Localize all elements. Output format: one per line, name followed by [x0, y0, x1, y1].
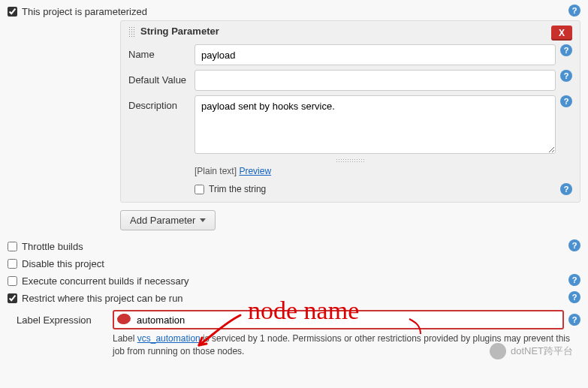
default-value-label: Default Value: [128, 70, 194, 86]
watermark: dotNET跨平台: [490, 343, 573, 359]
parameterized-checkbox[interactable]: [8, 7, 17, 17]
name-label: Name: [128, 44, 194, 60]
help-icon[interactable]: ?: [568, 291, 580, 303]
parameterized-label: This project is parameterized: [22, 6, 147, 17]
description-label: Description: [128, 95, 194, 111]
help-icon[interactable]: ?: [568, 274, 580, 286]
label-expression-label: Label Expression: [17, 314, 113, 326]
help-icon[interactable]: ?: [568, 5, 580, 17]
label-expression-input[interactable]: [113, 310, 564, 329]
trim-checkbox[interactable]: [194, 185, 204, 194]
restrict-label: Restrict where this project can be run: [22, 293, 183, 304]
restrict-checkbox[interactable]: [8, 293, 17, 303]
trim-label: Trim the string: [209, 184, 266, 194]
resize-grip-icon[interactable]: [336, 158, 366, 163]
help-icon[interactable]: ?: [560, 44, 572, 56]
concurrent-label: Execute concurrent builds if necessary: [22, 275, 189, 287]
disable-checkbox[interactable]: [8, 259, 17, 269]
delete-parameter-button[interactable]: X: [551, 26, 572, 41]
string-parameter-panel: X String Parameter Name ? Default Value …: [120, 20, 580, 203]
help-icon[interactable]: ?: [560, 183, 572, 195]
preview-link[interactable]: Preview: [239, 166, 271, 176]
watermark-icon: [490, 343, 506, 359]
default-value-input[interactable]: [194, 70, 556, 91]
help-icon[interactable]: ?: [568, 314, 580, 326]
add-parameter-label: Add Parameter: [130, 215, 195, 226]
description-textarea[interactable]: [194, 95, 556, 154]
name-input[interactable]: [194, 44, 556, 65]
throttle-label: Throttle builds: [22, 241, 83, 252]
help-icon[interactable]: ?: [560, 95, 572, 107]
caret-down-icon: [200, 218, 206, 222]
add-parameter-button[interactable]: Add Parameter: [120, 210, 216, 230]
plain-text-label: [Plain text]: [194, 166, 237, 176]
label-link[interactable]: vcs_automation: [137, 333, 201, 344]
drag-handle-icon[interactable]: [128, 26, 136, 37]
parameter-title: String Parameter: [140, 26, 219, 37]
concurrent-checkbox[interactable]: [8, 276, 17, 286]
throttle-checkbox[interactable]: [8, 242, 17, 251]
watermark-text: dotNET跨平台: [511, 344, 573, 358]
parameterized-row: This project is parameterized ?: [8, 3, 580, 20]
help-icon[interactable]: ?: [568, 239, 580, 251]
disable-label: Disable this project: [22, 258, 104, 269]
help-icon[interactable]: ?: [560, 70, 572, 82]
